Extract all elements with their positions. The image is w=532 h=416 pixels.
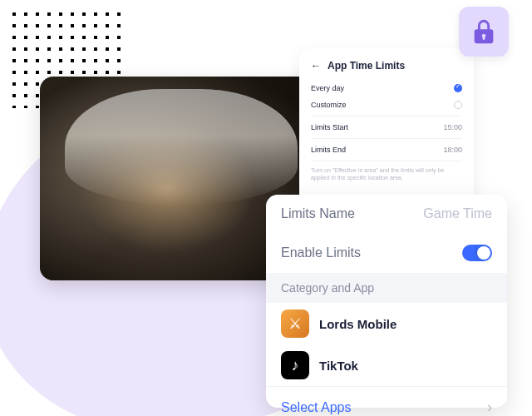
app-row-lords[interactable]: ⚔ Lords Mobile xyxy=(266,303,507,344)
limits-name-label: Limits Name xyxy=(281,206,355,221)
lock-icon-badge xyxy=(459,7,509,57)
app-name-label: Lords Mobile xyxy=(319,317,397,331)
limits-name-row[interactable]: Limits Name Game Time xyxy=(266,195,507,233)
app-row-tiktok[interactable]: ♪ TikTok xyxy=(266,344,507,386)
radio-unchecked-icon xyxy=(454,101,462,109)
lock-icon xyxy=(470,17,498,46)
lords-mobile-icon: ⚔ xyxy=(281,310,309,338)
panel-back-title: App Time Limits xyxy=(328,60,405,72)
limits-name-value: Game Time xyxy=(423,206,492,221)
limits-end-value: 18:00 xyxy=(443,146,462,154)
divider xyxy=(311,138,462,139)
divider xyxy=(311,161,462,161)
back-arrow-icon[interactable]: ← xyxy=(311,60,321,72)
option-everyday-label: Every day xyxy=(311,84,344,92)
limits-start-label: Limits Start xyxy=(311,123,348,131)
tiktok-icon: ♪ xyxy=(281,351,309,379)
limits-start-row[interactable]: Limits Start 15:00 xyxy=(311,119,462,136)
option-customize-row[interactable]: Customize xyxy=(311,97,462,113)
option-customize-label: Customize xyxy=(311,101,347,109)
option-everyday-row[interactable]: Every day xyxy=(311,80,462,97)
enable-limits-row: Enable Limits xyxy=(266,233,507,273)
category-section-header: Category and App xyxy=(266,273,507,303)
limits-end-row[interactable]: Limits End 18:00 xyxy=(311,141,462,158)
limits-start-value: 15:00 xyxy=(443,123,462,131)
limits-end-label: Limits End xyxy=(311,146,346,154)
divider xyxy=(311,116,462,116)
select-apps-label: Select Apps xyxy=(281,400,352,415)
limits-config-panel: Limits Name Game Time Enable Limits Cate… xyxy=(266,195,507,408)
app-name-label: TikTok xyxy=(319,359,358,373)
checkmark-icon xyxy=(454,84,462,92)
enable-limits-label: Enable Limits xyxy=(281,245,361,260)
hint-text: Turn on "Effective in area" and the limi… xyxy=(311,166,462,181)
panel-back-header: ← App Time Limits xyxy=(311,60,462,72)
select-apps-button[interactable]: Select Apps › xyxy=(266,386,507,416)
chevron-right-icon: › xyxy=(487,399,492,416)
enable-limits-toggle[interactable] xyxy=(462,245,492,261)
